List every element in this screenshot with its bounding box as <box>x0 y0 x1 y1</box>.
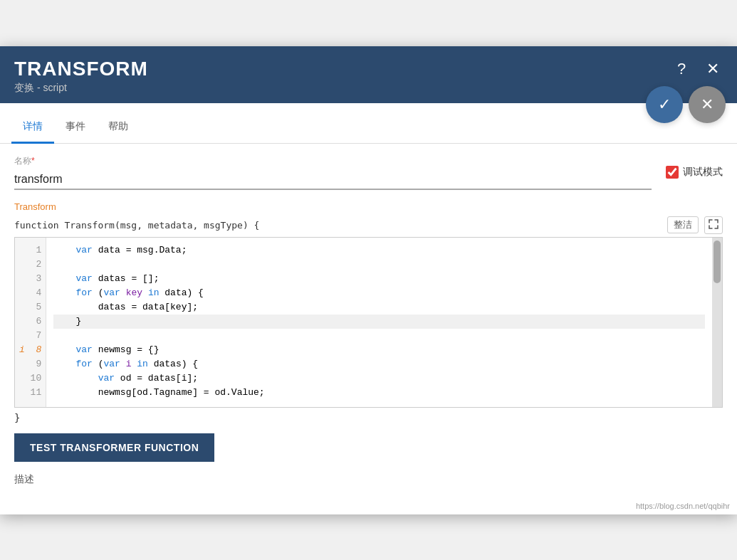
confirm-button[interactable]: ✓ <box>646 86 683 123</box>
line-numbers: 1 2 3 4 5 6 7 i 8 9 10 11 <box>15 238 46 407</box>
code-line-8: var newmsg = {} <box>53 343 705 357</box>
name-input[interactable] <box>14 170 652 190</box>
description-label: 描述 <box>14 473 723 486</box>
tab-events[interactable]: 事件 <box>54 112 97 144</box>
dialog-container: TRANSFORM 变换 - script ? ✕ ✓ ✕ 详情 事件 帮助 名… <box>0 46 737 514</box>
clean-button[interactable]: 整洁 <box>667 216 699 233</box>
tab-details[interactable]: 详情 <box>11 112 54 144</box>
dialog-title: TRANSFORM <box>14 58 723 80</box>
expand-button[interactable] <box>704 216 723 234</box>
expand-icon <box>709 219 718 229</box>
name-field-row: 名称* 调试模式 <box>14 155 723 190</box>
test-transformer-button[interactable]: TEST TRANSFORMER FUNCTION <box>14 433 214 462</box>
code-line-10: var od = datas[i]; <box>53 371 705 386</box>
footer-link: https://blog.csdn.net/qqbihr <box>0 497 737 514</box>
cancel-button[interactable]: ✕ <box>689 86 726 123</box>
code-content[interactable]: var data = msg.Data; var datas = []; for… <box>46 238 712 407</box>
debug-mode-section: 调试模式 <box>666 166 723 179</box>
code-line-2 <box>53 258 705 272</box>
code-line-7 <box>53 329 705 343</box>
code-line-6: } <box>53 315 705 329</box>
tab-help[interactable]: 帮助 <box>97 112 140 144</box>
debug-mode-label: 调试模式 <box>683 166 723 179</box>
code-line-11: newmsg[od.Tagname] = od.Value; <box>53 386 705 400</box>
header-actions: ? ✕ <box>669 56 726 82</box>
transform-section-label: Transform <box>14 201 723 212</box>
code-line-3: var datas = []; <box>53 272 705 286</box>
function-signature-text: function Transform(msg, metadata, msgTyp… <box>14 220 259 231</box>
code-line-4: for (var key in data) { <box>53 286 705 300</box>
dialog-subtitle: 变换 - script <box>14 82 723 95</box>
dialog-header: TRANSFORM 变换 - script ? ✕ ✓ ✕ <box>0 46 737 103</box>
code-toolbar: 整洁 <box>667 216 723 234</box>
function-signature-row: function Transform(msg, metadata, msgTyp… <box>14 216 723 234</box>
scrollbar-thumb <box>714 241 721 283</box>
code-line-5: datas = data[key]; <box>53 300 705 315</box>
name-label: 名称* <box>14 155 652 167</box>
help-button[interactable]: ? <box>669 56 694 82</box>
dialog-body: 名称* 调试模式 Transform function Transform(ms… <box>0 144 737 497</box>
code-editor[interactable]: 1 2 3 4 5 6 7 i 8 9 10 11 var data = msg… <box>14 237 723 408</box>
scrollbar[interactable] <box>712 238 722 407</box>
debug-checkbox[interactable] <box>666 166 679 179</box>
close-button[interactable]: ✕ <box>700 56 726 82</box>
tabs-bar: 详情 事件 帮助 <box>0 112 737 144</box>
confirm-cancel-area: ✓ ✕ <box>646 86 726 123</box>
code-line-1: var data = msg.Data; <box>53 243 705 258</box>
closing-brace: } <box>14 412 723 423</box>
code-line-9: for (var i in datas) { <box>53 357 705 371</box>
name-section: 名称* 调试模式 <box>14 155 723 190</box>
